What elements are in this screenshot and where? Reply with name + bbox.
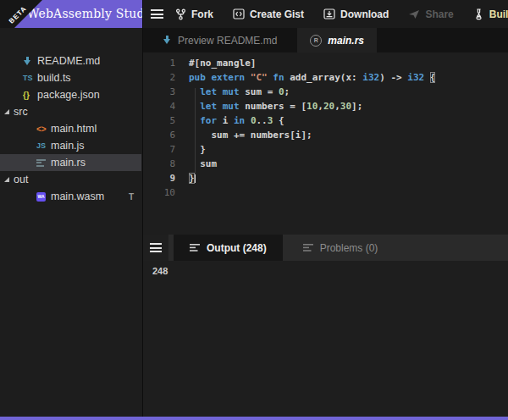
tab-output[interactable]: Output (248) <box>174 235 283 261</box>
code-text: for i in 0..3 { <box>175 113 284 128</box>
line-number: 4 <box>143 99 175 113</box>
sidebar: WebAssembly Studio BETA README.mdTSbuild… <box>0 0 143 420</box>
code-line-7[interactable]: 7 } <box>143 142 508 157</box>
code-text: let mut sum = 0; <box>175 85 290 99</box>
line-number: 6 <box>143 128 175 142</box>
fork-label: Fork <box>191 8 213 20</box>
code-line-4[interactable]: 4 let mut numbers = [10,20,30]; <box>143 99 508 113</box>
file-label: package.json <box>37 89 100 101</box>
code-line-1[interactable]: 1#[no_mangle] <box>143 56 508 70</box>
folder-expanded-icon <box>4 177 9 182</box>
file-label: main.rs <box>51 157 86 169</box>
line-number: 5 <box>143 113 175 128</box>
tree-item-readme-md[interactable]: README.md <box>0 52 141 69</box>
tree-item-main-rs[interactable]: main.rs <box>0 154 141 171</box>
tab-label: Preview README.md <box>178 35 277 47</box>
code-text: let mut numbers = [10,20,30]; <box>175 99 362 113</box>
code-editor[interactable]: 1#[no_mangle]2pub extern "C" fn add_arra… <box>143 52 508 238</box>
problems-lines-icon <box>303 243 313 252</box>
line-number: 10 <box>143 185 175 200</box>
toolbar: Fork Create Gist Download Share <box>143 0 508 28</box>
code-text: #[no_mangle] <box>175 56 256 70</box>
code-text <box>175 185 189 200</box>
menu-icon[interactable] <box>151 8 163 21</box>
download-button[interactable]: Download <box>323 8 389 20</box>
code-line-5[interactable]: 5 for i in 0..3 { <box>143 113 508 128</box>
tree-item-package-json[interactable]: {}package.json <box>0 86 141 103</box>
tree-item-main-js[interactable]: JSmain.js <box>0 137 141 154</box>
output-value: 248 <box>152 266 168 276</box>
app-header: WebAssembly Studio BETA <box>0 0 142 28</box>
line-number: 7 <box>143 142 175 157</box>
tab-main-rs[interactable]: R main.rs <box>297 28 377 52</box>
file-label: out <box>14 174 28 185</box>
tab-label: main.rs <box>328 35 364 47</box>
line-number: 1 <box>143 56 175 70</box>
json-icon: {} <box>23 91 37 100</box>
tab-problems[interactable]: Problems (0) <box>287 235 395 261</box>
code-line-6[interactable]: 6 sum += numbers[i]; <box>143 128 508 142</box>
code-line-2[interactable]: 2pub extern "C" fn add_array(x: i32) -> … <box>143 70 508 85</box>
main-area: Fork Create Gist Download Share <box>143 0 508 420</box>
code-line-8[interactable]: 8 sum <box>143 157 508 171</box>
javascript-icon: JS <box>36 141 51 150</box>
code-line-9[interactable]: 9} <box>143 171 508 185</box>
output-menu-icon[interactable] <box>143 235 168 261</box>
code-text: } <box>175 142 206 157</box>
create-gist-label: Create Gist <box>250 8 304 20</box>
file-badge: T <box>129 192 134 202</box>
folder-expanded-icon <box>4 109 9 114</box>
problems-tab-label: Problems (0) <box>320 242 378 254</box>
build-button[interactable]: Build <box>473 8 508 20</box>
markdown-arrow-icon <box>163 36 172 45</box>
editor-tab-bar: Preview README.md R main.rs <box>143 28 508 52</box>
file-label: main.js <box>51 140 85 152</box>
file-label: main.html <box>51 123 97 135</box>
share-icon <box>408 8 420 19</box>
code-text: } <box>175 171 196 185</box>
file-label: main.wasm <box>51 191 104 202</box>
tree-item-src[interactable]: src <box>0 103 141 120</box>
line-number: 3 <box>143 85 175 99</box>
markdown-icon <box>23 57 37 66</box>
code-line-10[interactable]: 10 <box>143 185 508 200</box>
download-label: Download <box>340 8 389 20</box>
code-text: pub extern "C" fn add_array(x: i32) -> i… <box>175 70 435 85</box>
output-lines-icon <box>190 243 200 252</box>
output-tab-label: Output (248) <box>207 242 267 254</box>
build-label: Build <box>489 8 508 20</box>
create-gist-button[interactable]: Create Gist <box>233 8 304 20</box>
fork-icon <box>175 8 186 20</box>
tree-item-build-ts[interactable]: TSbuild.ts <box>0 69 141 86</box>
code-line-3[interactable]: 3 let mut sum = 0; <box>143 85 508 99</box>
file-tree: README.mdTSbuild.ts{}package.jsonsrc<>ma… <box>0 52 141 205</box>
file-label: README.md <box>37 55 100 67</box>
tab-preview-readme[interactable]: Preview README.md <box>150 28 290 52</box>
line-number: 8 <box>143 157 175 171</box>
code-text: sum += numbers[i]; <box>175 128 312 142</box>
indent-guide <box>195 88 196 174</box>
share-button: Share <box>408 8 453 20</box>
line-number: 9 <box>143 171 175 185</box>
gist-icon <box>233 8 245 19</box>
build-icon <box>473 8 484 20</box>
tree-item-out[interactable]: out <box>0 171 141 188</box>
file-label: src <box>14 106 28 118</box>
file-label: build.ts <box>37 72 71 84</box>
rust-file-icon <box>36 158 51 168</box>
output-panel-tabs: Output (248) Problems (0) <box>143 235 508 261</box>
code-area: 1#[no_mangle]2pub extern "C" fn add_arra… <box>143 56 508 200</box>
line-number: 2 <box>143 70 175 85</box>
download-icon <box>323 8 335 19</box>
typescript-icon: TS <box>23 74 37 82</box>
html-icon: <> <box>36 124 51 134</box>
share-label: Share <box>425 8 453 20</box>
output-console[interactable]: 248 <box>143 261 508 417</box>
rust-icon: R <box>310 35 322 47</box>
wasm-icon: WA <box>36 192 51 202</box>
bottom-accent-bar <box>0 417 508 420</box>
tree-item-main-html[interactable]: <>main.html <box>0 120 141 137</box>
tree-item-main-wasm[interactable]: WAmain.wasmT <box>0 188 141 205</box>
fork-button[interactable]: Fork <box>175 8 213 20</box>
code-text: sum <box>175 157 217 171</box>
